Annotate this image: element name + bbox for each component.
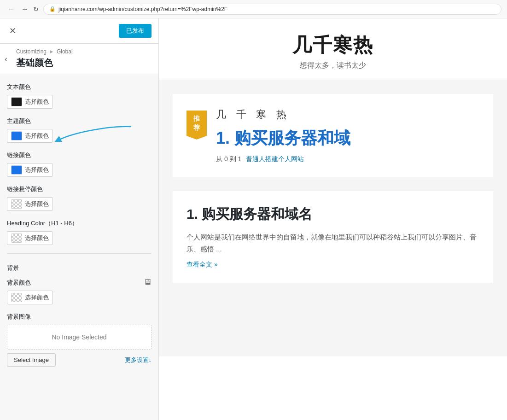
- theme-color-swatch: [11, 131, 22, 140]
- publish-button[interactable]: 已发布: [119, 24, 152, 38]
- preview-content: 推 荐 几 千 寒 热 1. 购买服务器和域 从 0 到 1 普通人搭建个人网站…: [159, 80, 507, 356]
- back-button[interactable]: ‹: [5, 54, 7, 64]
- breadcrumb-section: ‹ Customizing ► Global 基础颜色: [0, 44, 158, 74]
- bg-color-row: 选择颜色: [7, 291, 152, 304]
- preview-area: 几千寒热 想得太多，读书太少 推 荐 几 千 寒 热 1. 购买服务器和域 从 …: [159, 18, 507, 420]
- featured-card: 推 荐 几 千 寒 热 1. 购买服务器和域 从 0 到 1 普通人搭建个人网站: [173, 94, 493, 177]
- page-title: 基础颜色: [16, 57, 152, 69]
- arrow-annotation: [53, 122, 136, 150]
- text-color-btn-label: 选择颜色: [25, 98, 49, 106]
- customizer-sidebar: ✕ 已发布 ‹ Customizing ► Global 基础颜色 文本颜色 选…: [0, 18, 159, 420]
- link-hover-btn-label: 选择颜色: [25, 200, 49, 208]
- text-color-row: 选择颜色: [7, 95, 152, 109]
- link-hover-label: 链接悬停颜色: [7, 185, 152, 193]
- bg-section-header: 背景: [7, 262, 152, 272]
- browser-bar: ← → ↻ 🔒 jiqianhanre.com/wp-admin/customi…: [0, 0, 507, 18]
- select-image-button[interactable]: Select Image: [7, 353, 56, 367]
- bg-section-label: 背景: [7, 264, 19, 272]
- article-title: 1. 购买服务器和域名: [186, 205, 479, 224]
- breadcrumb: Customizing ► Global: [16, 48, 152, 55]
- link-hover-swatch: [11, 199, 22, 209]
- featured-badge: 推 荐: [186, 111, 207, 136]
- badge-line1: 推: [191, 114, 202, 123]
- lock-icon: 🔒: [49, 6, 56, 12]
- link-hover-row: 选择颜色: [7, 197, 152, 211]
- breadcrumb-current: Global: [57, 48, 73, 55]
- bg-color-btn-label: 选择颜色: [25, 293, 49, 302]
- monitor-icon: 🖥: [143, 277, 152, 287]
- heading-color-label: Heading Color（H1 - H6）: [7, 219, 152, 228]
- bg-color-label: 背景颜色: [7, 279, 31, 287]
- breadcrumb-arrow-icon: ►: [49, 48, 54, 55]
- bg-color-header: 背景颜色 🖥: [7, 277, 152, 287]
- browser-nav: ← → ↻: [6, 4, 39, 14]
- heading-color-swatch: [11, 233, 22, 243]
- link-hover-button[interactable]: 选择颜色: [7, 197, 53, 211]
- read-more-link[interactable]: 查看全文 »: [186, 261, 218, 268]
- sidebar-header: ✕ 已发布: [0, 18, 158, 44]
- card-title-cn: 几 千 寒 热: [216, 108, 479, 122]
- theme-color-button[interactable]: 选择颜色: [7, 129, 53, 143]
- more-settings-link[interactable]: 更多设置↓: [125, 356, 152, 364]
- theme-color-label: 主题颜色: [7, 117, 152, 125]
- heading-color-row: 选择颜色: [7, 231, 152, 245]
- breadcrumb-parent: Customizing: [16, 48, 47, 55]
- card-meta-link[interactable]: 普通人搭建个人网站: [246, 155, 304, 163]
- text-color-button[interactable]: 选择颜色: [7, 95, 53, 109]
- bg-color-button[interactable]: 选择颜色: [7, 291, 53, 304]
- link-color-btn-label: 选择颜色: [25, 166, 49, 174]
- card-content: 几 千 寒 热 1. 购买服务器和域 从 0 到 1 普通人搭建个人网站: [216, 108, 479, 163]
- link-color-row: 选择颜色: [7, 163, 152, 177]
- no-image-text: No Image Selected: [52, 333, 106, 341]
- text-color-swatch: [11, 97, 22, 106]
- sidebar-content: 文本颜色 选择颜色 主题颜色 选择颜色: [0, 74, 158, 420]
- bg-color-swatch: [11, 293, 22, 302]
- theme-color-row: 选择颜色: [7, 129, 152, 143]
- no-image-box: No Image Selected: [7, 325, 152, 350]
- card-meta: 从 0 到 1 普通人搭建个人网站: [216, 155, 479, 163]
- reload-button[interactable]: ↻: [33, 6, 39, 13]
- url-text: jiqianhanre.com/wp-admin/customize.php?r…: [58, 6, 227, 12]
- forward-nav-button[interactable]: →: [19, 4, 30, 14]
- heading-color-button[interactable]: 选择颜色: [7, 231, 53, 245]
- heading-color-btn-label: 选择颜色: [25, 234, 49, 242]
- site-subtitle: 想得太多，读书太少: [168, 61, 498, 70]
- link-color-swatch: [11, 165, 22, 175]
- card-title-main: 1. 购买服务器和域: [216, 127, 479, 150]
- bg-image-label: 背景图像: [7, 313, 152, 321]
- article-section: 1. 购买服务器和域名 个人网站是我们在网络世界中的自留地，就像在地里我们可以种…: [173, 191, 493, 283]
- card-meta-prefix: 从 0 到 1: [216, 155, 241, 163]
- theme-color-btn-label: 选择颜色: [25, 132, 49, 140]
- divider: [7, 253, 152, 254]
- badge-line2: 荐: [191, 123, 202, 133]
- link-color-button[interactable]: 选择颜色: [7, 163, 53, 177]
- site-title: 几千寒热: [168, 32, 498, 58]
- text-color-label: 文本颜色: [7, 83, 152, 91]
- close-button[interactable]: ✕: [7, 25, 18, 37]
- site-header: 几千寒热 想得太多，读书太少: [159, 18, 507, 80]
- article-excerpt: 个人网站是我们在网络世界中的自留地，就像在地里我们可以种稻谷站上我们可以分享图片…: [186, 231, 479, 255]
- back-nav-button[interactable]: ←: [6, 4, 17, 14]
- address-bar[interactable]: 🔒 jiqianhanre.com/wp-admin/customize.php…: [43, 4, 501, 15]
- main-layout: ✕ 已发布 ‹ Customizing ► Global 基础颜色 文本颜色 选…: [0, 18, 507, 420]
- link-color-label: 链接颜色: [7, 151, 152, 159]
